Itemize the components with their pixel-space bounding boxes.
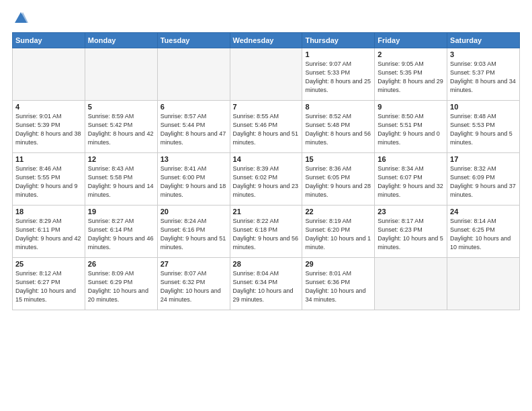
day-number: 6	[161, 103, 227, 111]
calendar-cell: 1Sunrise: 9:07 AM Sunset: 5:33 PM Daylig…	[302, 48, 375, 101]
day-info: Sunrise: 9:05 AM Sunset: 5:35 PM Dayligh…	[378, 60, 444, 95]
calendar-cell: 10Sunrise: 8:48 AM Sunset: 5:53 PM Dayli…	[447, 101, 520, 153]
calendar-row-3: 18Sunrise: 8:29 AM Sunset: 6:11 PM Dayli…	[13, 205, 520, 258]
calendar-cell	[447, 258, 520, 310]
weekday-header-row: SundayMondayTuesdayWednesdayThursdayFrid…	[13, 33, 520, 48]
day-info: Sunrise: 8:39 AM Sunset: 6:02 PM Dayligh…	[233, 165, 300, 199]
day-info: Sunrise: 8:04 AM Sunset: 6:34 PM Dayligh…	[233, 269, 300, 304]
day-number: 16	[378, 155, 444, 163]
day-info: Sunrise: 8:17 AM Sunset: 6:23 PM Dayligh…	[378, 217, 444, 252]
day-info: Sunrise: 8:22 AM Sunset: 6:18 PM Dayligh…	[233, 217, 300, 252]
day-info: Sunrise: 8:09 AM Sunset: 6:29 PM Dayligh…	[88, 269, 154, 304]
calendar-cell	[13, 48, 85, 101]
calendar-cell: 3Sunrise: 9:03 AM Sunset: 5:37 PM Daylig…	[447, 48, 520, 101]
calendar-row-1: 4Sunrise: 9:01 AM Sunset: 5:39 PM Daylig…	[13, 101, 520, 153]
day-number: 19	[88, 208, 154, 216]
day-number: 23	[378, 208, 444, 216]
day-info: Sunrise: 9:03 AM Sunset: 5:37 PM Dayligh…	[450, 60, 517, 95]
day-info: Sunrise: 8:24 AM Sunset: 6:16 PM Dayligh…	[161, 217, 227, 252]
calendar-cell: 27Sunrise: 8:07 AM Sunset: 6:32 PM Dayli…	[157, 258, 230, 310]
weekday-header-tuesday: Tuesday	[157, 33, 230, 48]
logo	[12, 11, 28, 26]
day-info: Sunrise: 8:32 AM Sunset: 6:09 PM Dayligh…	[450, 165, 517, 199]
weekday-header-saturday: Saturday	[447, 33, 520, 48]
day-info: Sunrise: 8:43 AM Sunset: 5:58 PM Dayligh…	[88, 165, 154, 199]
calendar-cell: 29Sunrise: 8:01 AM Sunset: 6:36 PM Dayli…	[302, 258, 375, 310]
day-number: 3	[450, 50, 517, 58]
day-info: Sunrise: 8:36 AM Sunset: 6:05 PM Dayligh…	[305, 165, 371, 199]
day-number: 4	[15, 103, 82, 111]
day-number: 15	[305, 155, 371, 163]
day-info: Sunrise: 8:27 AM Sunset: 6:14 PM Dayligh…	[88, 217, 154, 252]
day-number: 7	[233, 103, 300, 111]
day-number: 28	[233, 260, 300, 268]
calendar-cell: 8Sunrise: 8:52 AM Sunset: 5:48 PM Daylig…	[302, 101, 375, 153]
calendar-cell: 23Sunrise: 8:17 AM Sunset: 6:23 PM Dayli…	[375, 205, 447, 258]
calendar-row-2: 11Sunrise: 8:46 AM Sunset: 5:55 PM Dayli…	[13, 153, 520, 205]
calendar-cell: 5Sunrise: 8:59 AM Sunset: 5:42 PM Daylig…	[85, 101, 157, 153]
day-number: 12	[88, 155, 154, 163]
day-info: Sunrise: 8:41 AM Sunset: 6:00 PM Dayligh…	[161, 165, 227, 199]
day-number: 21	[233, 208, 300, 216]
calendar-cell	[85, 48, 157, 101]
calendar-row-0: 1Sunrise: 9:07 AM Sunset: 5:33 PM Daylig…	[13, 48, 520, 101]
day-number: 9	[378, 103, 444, 111]
day-number: 24	[450, 208, 517, 216]
day-info: Sunrise: 8:50 AM Sunset: 5:51 PM Dayligh…	[378, 112, 444, 147]
calendar-cell: 24Sunrise: 8:14 AM Sunset: 6:25 PM Dayli…	[447, 205, 520, 258]
weekday-header-sunday: Sunday	[13, 33, 85, 48]
day-number: 22	[305, 208, 371, 216]
day-number: 25	[15, 260, 82, 268]
calendar-cell: 16Sunrise: 8:34 AM Sunset: 6:07 PM Dayli…	[375, 153, 447, 205]
day-info: Sunrise: 8:19 AM Sunset: 6:20 PM Dayligh…	[305, 217, 371, 252]
calendar-cell: 28Sunrise: 8:04 AM Sunset: 6:34 PM Dayli…	[230, 258, 302, 310]
day-number: 2	[378, 50, 444, 58]
day-info: Sunrise: 8:12 AM Sunset: 6:27 PM Dayligh…	[15, 269, 82, 304]
calendar-table: SundayMondayTuesdayWednesdayThursdayFrid…	[12, 32, 520, 310]
day-info: Sunrise: 9:07 AM Sunset: 5:33 PM Dayligh…	[305, 60, 371, 95]
day-info: Sunrise: 8:52 AM Sunset: 5:48 PM Dayligh…	[305, 112, 371, 147]
day-info: Sunrise: 9:01 AM Sunset: 5:39 PM Dayligh…	[15, 112, 82, 147]
day-info: Sunrise: 8:34 AM Sunset: 6:07 PM Dayligh…	[378, 165, 444, 199]
calendar-cell: 2Sunrise: 9:05 AM Sunset: 5:35 PM Daylig…	[375, 48, 447, 101]
calendar-cell: 21Sunrise: 8:22 AM Sunset: 6:18 PM Dayli…	[230, 205, 302, 258]
day-info: Sunrise: 8:14 AM Sunset: 6:25 PM Dayligh…	[450, 217, 517, 252]
day-number: 11	[15, 155, 82, 163]
calendar-cell: 14Sunrise: 8:39 AM Sunset: 6:02 PM Dayli…	[230, 153, 302, 205]
day-info: Sunrise: 8:07 AM Sunset: 6:32 PM Dayligh…	[161, 269, 227, 304]
calendar-cell: 15Sunrise: 8:36 AM Sunset: 6:05 PM Dayli…	[302, 153, 375, 205]
day-number: 17	[450, 155, 517, 163]
calendar-row-4: 25Sunrise: 8:12 AM Sunset: 6:27 PM Dayli…	[13, 258, 520, 310]
day-number: 5	[88, 103, 154, 111]
day-number: 14	[233, 155, 300, 163]
calendar-cell: 17Sunrise: 8:32 AM Sunset: 6:09 PM Dayli…	[447, 153, 520, 205]
calendar-cell: 26Sunrise: 8:09 AM Sunset: 6:29 PM Dayli…	[85, 258, 157, 310]
weekday-header-monday: Monday	[85, 33, 157, 48]
logo-icon	[13, 11, 28, 26]
day-number: 26	[88, 260, 154, 268]
day-number: 29	[305, 260, 371, 268]
calendar-cell: 19Sunrise: 8:27 AM Sunset: 6:14 PM Dayli…	[85, 205, 157, 258]
calendar-cell: 13Sunrise: 8:41 AM Sunset: 6:00 PM Dayli…	[157, 153, 230, 205]
day-info: Sunrise: 8:59 AM Sunset: 5:42 PM Dayligh…	[88, 112, 154, 147]
weekday-header-friday: Friday	[375, 33, 447, 48]
day-number: 1	[305, 50, 371, 58]
calendar-cell: 6Sunrise: 8:57 AM Sunset: 5:44 PM Daylig…	[157, 101, 230, 153]
day-info: Sunrise: 8:55 AM Sunset: 5:46 PM Dayligh…	[233, 112, 300, 147]
calendar-cell	[157, 48, 230, 101]
calendar-cell	[230, 48, 302, 101]
day-number: 10	[450, 103, 517, 111]
calendar-cell: 7Sunrise: 8:55 AM Sunset: 5:46 PM Daylig…	[230, 101, 302, 153]
calendar-cell: 9Sunrise: 8:50 AM Sunset: 5:51 PM Daylig…	[375, 101, 447, 153]
day-number: 18	[15, 208, 82, 216]
day-info: Sunrise: 8:57 AM Sunset: 5:44 PM Dayligh…	[161, 112, 227, 147]
calendar-cell: 4Sunrise: 9:01 AM Sunset: 5:39 PM Daylig…	[13, 101, 85, 153]
calendar-cell: 25Sunrise: 8:12 AM Sunset: 6:27 PM Dayli…	[13, 258, 85, 310]
header	[12, 11, 520, 26]
weekday-header-thursday: Thursday	[302, 33, 375, 48]
day-info: Sunrise: 8:01 AM Sunset: 6:36 PM Dayligh…	[305, 269, 371, 304]
day-number: 27	[161, 260, 227, 268]
calendar-cell	[375, 258, 447, 310]
calendar-cell: 20Sunrise: 8:24 AM Sunset: 6:16 PM Dayli…	[157, 205, 230, 258]
day-number: 20	[161, 208, 227, 216]
